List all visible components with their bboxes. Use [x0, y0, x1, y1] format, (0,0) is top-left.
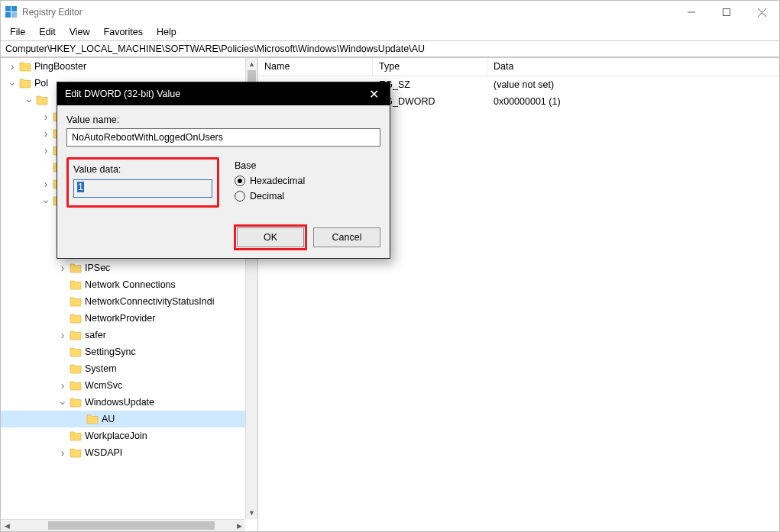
- dialog-titlebar[interactable]: Edit DWORD (32-bit) Value ✕: [57, 82, 390, 105]
- horizontal-scrollbar[interactable]: ◀ ▶: [1, 519, 245, 531]
- folder-icon: [70, 279, 82, 290]
- svg-rect-3: [11, 12, 17, 18]
- radio-decimal[interactable]: Decimal: [235, 191, 305, 202]
- base-label: Base: [235, 160, 305, 171]
- folder-icon: [70, 447, 82, 458]
- menu-file[interactable]: File: [4, 25, 31, 39]
- app-icon: [5, 6, 18, 18]
- tree-item[interactable]: ›IPSec: [1, 260, 245, 276]
- chevron-right-icon[interactable]: ›: [57, 380, 68, 391]
- scroll-up-arrow[interactable]: ▲: [246, 58, 257, 70]
- radio-hex-label: Hexadecimal: [250, 176, 305, 186]
- dialog-buttons: OK Cancel: [66, 227, 380, 247]
- tree-item-label: WindowsUpdate: [85, 397, 154, 408]
- menu-edit[interactable]: Edit: [33, 25, 62, 39]
- value-data-cell: 0x00000001 (1): [487, 96, 779, 107]
- value-name-input[interactable]: [66, 128, 380, 147]
- maximize-button[interactable]: [709, 1, 744, 24]
- tree-item-selected[interactable]: AU: [1, 411, 245, 427]
- tree-item[interactable]: ›PingBooster: [1, 58, 245, 75]
- chevron-right-icon[interactable]: ›: [7, 61, 18, 72]
- window-title: Registry Editor: [22, 7, 674, 18]
- chevron-down-icon[interactable]: ⌄: [7, 76, 18, 87]
- minimize-button[interactable]: [674, 1, 709, 24]
- dialog-body: Value name: Value data: 1 Base Hexadecim…: [57, 105, 390, 258]
- chevron-right-icon[interactable]: ›: [57, 330, 68, 340]
- value-name-label: Value name:: [66, 114, 380, 125]
- menu-help[interactable]: Help: [150, 25, 183, 39]
- hscroll-thumb[interactable]: [48, 521, 215, 530]
- folder-icon: [70, 313, 82, 324]
- folder-icon: [36, 95, 48, 105]
- folder-icon: [19, 61, 31, 72]
- scroll-right-arrow[interactable]: ▶: [233, 520, 245, 531]
- scroll-down-arrow[interactable]: ▼: [246, 507, 257, 519]
- tree-item[interactable]: Network Connections: [1, 276, 245, 293]
- cancel-button[interactable]: Cancel: [313, 227, 380, 247]
- chevron-right-icon[interactable]: ›: [57, 263, 68, 273]
- close-button[interactable]: [744, 1, 779, 24]
- tree-item[interactable]: ›WcmSvc: [1, 377, 245, 394]
- chevron-down-icon[interactable]: ⌄: [24, 93, 34, 104]
- tree-item[interactable]: NetworkProvider: [1, 310, 245, 327]
- folder-icon: [86, 414, 99, 424]
- dialog-close-icon[interactable]: ✕: [366, 87, 382, 102]
- tree-item-label: Pol: [34, 78, 48, 89]
- titlebar: Registry Editor: [1, 1, 779, 24]
- col-data[interactable]: Data: [487, 58, 779, 76]
- window-controls: [674, 1, 779, 24]
- tree-item[interactable]: WorkplaceJoin: [1, 427, 245, 444]
- tree-item-label: IPSec: [85, 263, 110, 273]
- address-bar[interactable]: Computer\HKEY_LOCAL_MACHINE\SOFTWARE\Pol…: [1, 40, 779, 57]
- svg-rect-1: [11, 6, 17, 11]
- tree-item-label: Network Connections: [85, 279, 176, 290]
- scroll-left-arrow[interactable]: ◀: [1, 520, 13, 531]
- chevron-down-icon[interactable]: ⌄: [40, 194, 51, 205]
- folder-icon: [70, 430, 82, 441]
- edit-dword-dialog: Edit DWORD (32-bit) Value ✕ Value name: …: [57, 82, 390, 259]
- folder-icon: [70, 330, 82, 340]
- base-group: Base Hexadecimal Decimal: [235, 157, 305, 208]
- radio-hexadecimal[interactable]: Hexadecimal: [235, 176, 305, 186]
- tree-item[interactable]: SettingSync: [1, 343, 245, 360]
- menu-view[interactable]: View: [63, 25, 96, 39]
- tree-item-label: WSDAPI: [85, 447, 122, 458]
- tree-item-label: AU: [102, 414, 115, 424]
- tree-item[interactable]: System: [1, 360, 245, 377]
- folder-icon: [70, 263, 82, 273]
- folder-icon: [70, 380, 82, 391]
- radio-hex-indicator: [235, 176, 245, 186]
- chevron-right-icon[interactable]: ›: [57, 447, 68, 458]
- chevron-right-icon[interactable]: ›: [40, 145, 51, 156]
- tree-item-label: safer: [85, 330, 106, 340]
- dialog-title: Edit DWORD (32-bit) Value: [65, 89, 366, 99]
- tree-item-label: System: [85, 363, 117, 374]
- menu-favorites[interactable]: Favorites: [98, 25, 149, 39]
- value-data-text: 1: [77, 182, 84, 192]
- chevron-down-icon[interactable]: ⌄: [57, 395, 68, 406]
- tree-item[interactable]: ›WSDAPI: [1, 444, 245, 461]
- svg-rect-5: [723, 9, 730, 16]
- values-header: Name Type Data: [258, 58, 779, 76]
- tree-item[interactable]: NetworkConnectivityStatusIndi: [1, 293, 245, 310]
- folder-icon: [70, 363, 82, 374]
- col-type[interactable]: Type: [373, 58, 487, 76]
- folder-icon: [70, 397, 82, 408]
- tree-item-label: PingBooster: [34, 61, 86, 72]
- folder-icon: [70, 347, 82, 357]
- ok-button[interactable]: OK: [237, 227, 304, 247]
- tree-item-label: NetworkConnectivityStatusIndi: [85, 296, 215, 307]
- value-data-input[interactable]: 1: [73, 179, 212, 198]
- tree-item[interactable]: ›safer: [1, 327, 245, 343]
- value-data-highlight: Value data: 1: [66, 157, 219, 208]
- menubar: File Edit View Favorites Help: [1, 24, 779, 40]
- chevron-right-icon[interactable]: ›: [40, 179, 51, 189]
- col-name[interactable]: Name: [258, 58, 373, 76]
- chevron-right-icon[interactable]: ›: [40, 128, 51, 139]
- svg-rect-0: [5, 6, 11, 11]
- address-text: Computer\HKEY_LOCAL_MACHINE\SOFTWARE\Pol…: [5, 44, 425, 54]
- tree-item-label: WcmSvc: [85, 380, 122, 391]
- tree-item-label: WorkplaceJoin: [85, 430, 147, 441]
- tree-item[interactable]: ⌄WindowsUpdate: [1, 394, 245, 411]
- chevron-right-icon[interactable]: ›: [40, 111, 51, 122]
